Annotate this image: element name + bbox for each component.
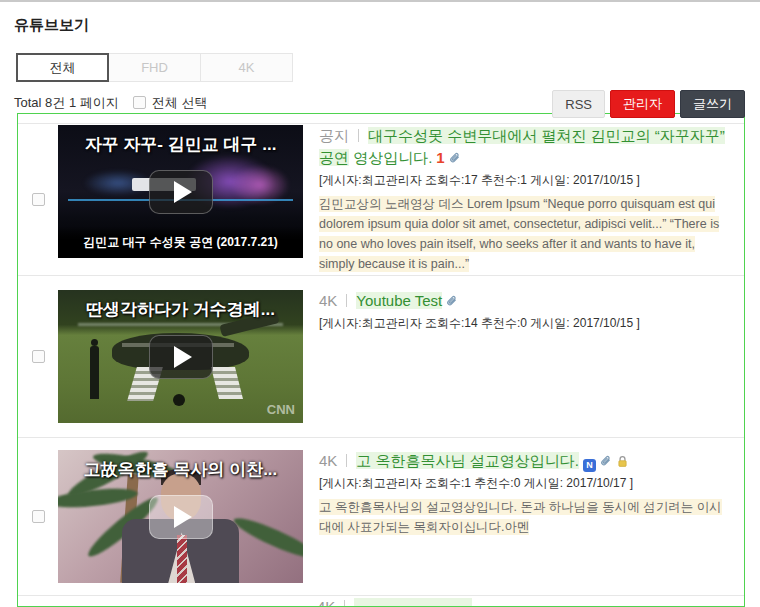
admin-button[interactable]: 관리자 bbox=[610, 90, 675, 118]
post-meta: [게시자:최고관리자 조회수:17 추천수:1 게시일: 2017/10/15 … bbox=[319, 172, 728, 189]
post-title-highlighted: Youtube Test bbox=[356, 292, 442, 309]
list-item: 4K bbox=[18, 595, 744, 607]
row-checkbox[interactable] bbox=[32, 350, 45, 363]
post-description: 김민교상의 노래영상 데스 Lorem Ipsum “Neque porro q… bbox=[319, 194, 728, 274]
play-icon[interactable] bbox=[149, 335, 213, 379]
post-label: 4K bbox=[319, 452, 337, 469]
tab-fhd[interactable]: FHD bbox=[108, 53, 201, 82]
label-separator bbox=[344, 600, 345, 607]
list-item: 딴생각하다가 거수경례... CNN 4KYoutube Test [게시자:최… bbox=[18, 275, 744, 437]
label-separator bbox=[358, 129, 359, 142]
post-meta: [게시자:최고관리자 조회수:1 추천수:0 게시일: 2017/10/17 ] bbox=[319, 475, 728, 492]
post-title-highlighted bbox=[354, 598, 472, 607]
total-count-text: Total 8건 1 페이지 bbox=[14, 94, 119, 112]
action-buttons: RSS 관리자 글쓰기 bbox=[552, 90, 745, 118]
video-thumbnail[interactable]: 고故옥한흠 목사의 이찬... bbox=[58, 450, 303, 583]
attachment-icon bbox=[599, 454, 613, 468]
post-title-link[interactable] bbox=[354, 598, 472, 607]
comment-count: 1 bbox=[436, 149, 444, 166]
label-separator bbox=[346, 294, 347, 307]
post-meta: [게시자:최고관리자 조회수:14 추천수:0 게시일: 2017/10/15 … bbox=[319, 315, 728, 332]
filter-tabs: 전체 FHD 4K bbox=[17, 53, 760, 82]
page-title: 유튜브보기 bbox=[14, 16, 760, 35]
cnn-watermark: CNN bbox=[267, 402, 295, 417]
post-description: 고 옥한흠목사님의 설교영상입니다. 돈과 하나님을 동시에 섬기려는 이시대에… bbox=[319, 497, 728, 537]
label-separator bbox=[346, 454, 347, 467]
post-label: 4K bbox=[317, 598, 335, 607]
post-label: 4K bbox=[319, 292, 337, 309]
row-checkbox[interactable] bbox=[32, 193, 45, 206]
post-title-link[interactable]: 대구수성못 수변무대에서 펼쳐진 김민교의 “자꾸자꾸”공연 영상입니다. bbox=[319, 127, 725, 166]
video-thumbnail[interactable]: 딴생각하다가 거수경례... CNN bbox=[58, 290, 303, 423]
rss-button[interactable]: RSS bbox=[552, 90, 605, 118]
new-icon: N bbox=[583, 459, 596, 472]
thumbnail-overlay-text: 고故옥한흠 목사의 이찬... bbox=[58, 458, 303, 481]
post-title-link[interactable]: Youtube Test bbox=[356, 292, 442, 309]
thumbnail-overlay-text: 자꾸 자꾸- 김민교 대구 ... bbox=[58, 133, 303, 156]
video-thumbnail[interactable]: 자꾸 자꾸- 김민교 대구 ... 김민교 대구 수성못 공연 (2017.7.… bbox=[58, 125, 303, 258]
list-item: 고故옥한흠 목사의 이찬... 4K고 옥한흠목사님 설교영상입니다.N [게시… bbox=[18, 437, 744, 595]
select-all-checkbox[interactable] bbox=[133, 96, 146, 109]
row-checkbox[interactable] bbox=[32, 510, 45, 523]
thumbnail-overlay-text: 딴생각하다가 거수경례... bbox=[58, 298, 303, 321]
video-list: 자꾸 자꾸- 김민교 대구 ... 김민교 대구 수성못 공연 (2017.7.… bbox=[17, 113, 745, 607]
play-icon[interactable] bbox=[149, 495, 213, 539]
write-button[interactable]: 글쓰기 bbox=[680, 90, 745, 118]
post-title-rest: 영상입니다. bbox=[349, 149, 432, 166]
attachment-icon bbox=[448, 151, 462, 165]
post-title-link[interactable]: 고 옥한흠목사님 설교영상입니다. bbox=[356, 452, 579, 469]
tab-all[interactable]: 전체 bbox=[16, 53, 109, 82]
thumbnail-caption: 김민교 대구 수성못 공연 (2017.7.21) bbox=[58, 234, 303, 251]
list-item: 자꾸 자꾸- 김민교 대구 ... 김민교 대구 수성못 공연 (2017.7.… bbox=[18, 123, 744, 275]
select-all-label: 전체 선택 bbox=[152, 94, 208, 112]
play-icon[interactable] bbox=[149, 170, 213, 214]
attachment-icon bbox=[445, 294, 459, 308]
post-label: 공지 bbox=[319, 127, 349, 144]
post-title-highlighted: 고 옥한흠목사님 설교영상입니다. bbox=[356, 452, 579, 469]
tab-4k[interactable]: 4K bbox=[200, 53, 293, 82]
lock-icon bbox=[616, 455, 629, 468]
